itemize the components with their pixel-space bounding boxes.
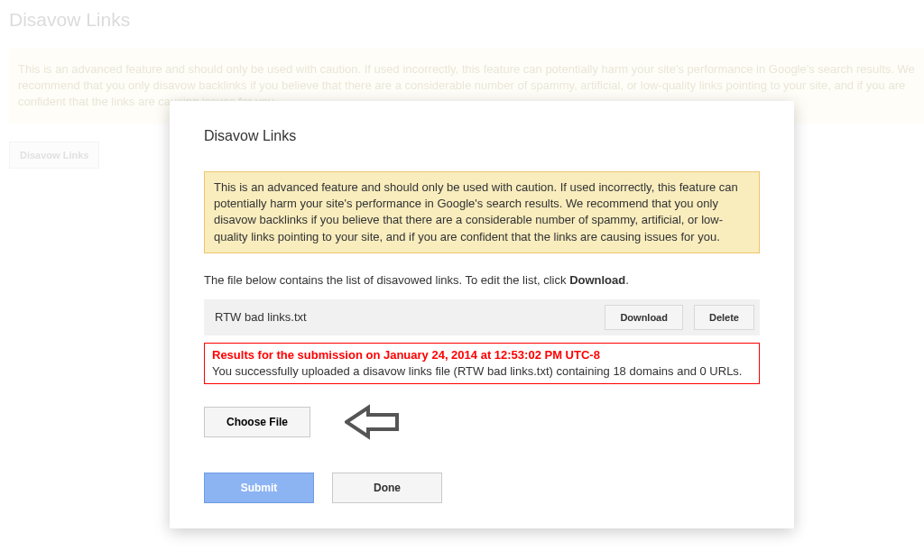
result-title: Results for the submission on January 24…	[212, 347, 752, 363]
download-button[interactable]: Download	[605, 305, 683, 330]
file-desc-suffix: .	[625, 273, 629, 287]
done-button[interactable]: Done	[332, 473, 442, 503]
dialog-title: Disavow Links	[204, 128, 760, 144]
choose-file-row: Choose File	[204, 404, 760, 440]
disavow-dialog: Disavow Links This is an advanced featur…	[170, 101, 794, 528]
dialog-warning: This is an advanced feature and should o…	[204, 171, 760, 253]
action-row: Submit Done	[204, 473, 760, 503]
result-box: Results for the submission on January 24…	[204, 343, 760, 384]
file-row: RTW bad links.txt Download Delete	[204, 299, 760, 335]
file-desc-prefix: The file below contains the list of disa…	[204, 273, 569, 287]
file-name: RTW bad links.txt	[215, 310, 594, 324]
result-message: You successfully uploaded a disavow link…	[212, 363, 752, 380]
file-desc-bold: Download	[569, 273, 625, 287]
choose-file-button[interactable]: Choose File	[204, 407, 310, 437]
arrow-left-icon	[345, 404, 402, 440]
delete-button[interactable]: Delete	[694, 305, 754, 330]
file-description: The file below contains the list of disa…	[204, 273, 760, 287]
submit-button[interactable]: Submit	[204, 473, 314, 503]
